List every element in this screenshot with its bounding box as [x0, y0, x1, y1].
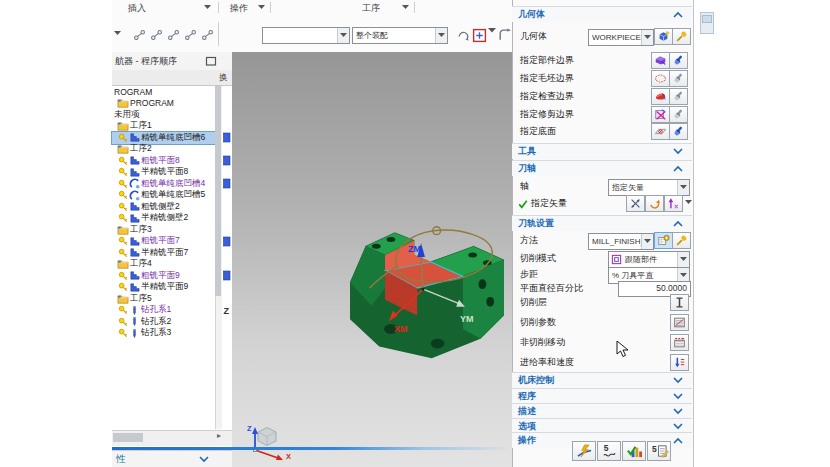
scrollbar-thumb[interactable] — [215, 86, 221, 296]
chevron-down-icon[interactable] — [672, 147, 684, 156]
tree-row[interactable]: 粗铣平面8 — [112, 155, 215, 167]
cutting-params-icon[interactable] — [670, 314, 689, 331]
tree-row[interactable]: 半精铣平面7 — [112, 247, 215, 259]
dependencies-tab[interactable]: 性 — [112, 450, 232, 467]
snap-icon[interactable] — [149, 28, 164, 43]
tree-row[interactable]: 粗铣单纯底凹槽4 — [112, 178, 215, 190]
ribbon-group-operations[interactable]: 操作 — [230, 2, 248, 15]
tree-row-label: 未用项 — [114, 109, 140, 121]
tree-row[interactable]: PROGRAM — [112, 98, 215, 110]
section-axis_hdr[interactable]: 刀轴 — [512, 160, 692, 176]
chevron-down-icon[interactable] — [198, 455, 210, 464]
chevron-down-icon[interactable] — [677, 180, 689, 195]
chevron-up-icon[interactable] — [672, 164, 684, 173]
chevron-down-icon[interactable] — [641, 30, 653, 45]
blank-boundary-icon[interactable] — [651, 70, 670, 87]
dialog-scrollbar-fragment[interactable] — [700, 12, 714, 34]
section-path_hdr[interactable]: 刀轨设置 — [512, 215, 692, 231]
command-finder-combo[interactable] — [262, 27, 350, 44]
chevron-down-icon[interactable] — [402, 5, 409, 10]
column-header-toolchange[interactable]: 换 — [219, 72, 228, 84]
chevron-down-icon[interactable] — [114, 31, 121, 36]
wrench-icon[interactable] — [672, 232, 691, 249]
chevron-down-icon[interactable] — [672, 422, 684, 431]
cut-levels-icon[interactable] — [670, 294, 689, 311]
tree-row[interactable]: 粗铣平面7 — [112, 236, 215, 248]
tree-row[interactable]: 工序5 — [112, 293, 215, 305]
ribbon-group-operation[interactable]: 工序 — [362, 2, 380, 15]
section-tool_hdr[interactable]: 工具 — [512, 143, 692, 159]
scrollbar-thumb[interactable] — [113, 433, 143, 442]
geo-combo[interactable]: WORKPIECE — [588, 29, 654, 46]
flashlight-gray-icon[interactable] — [669, 106, 688, 123]
tree-row[interactable]: 粗铣侧壁2 — [112, 201, 215, 213]
snap-icon[interactable] — [166, 28, 181, 43]
rotate-icon[interactable] — [456, 28, 471, 43]
wrench-icon[interactable] — [672, 28, 691, 45]
tree-row[interactable]: 精铣单纯底凹槽6 — [112, 132, 215, 144]
list-icon[interactable]: 5 — [647, 441, 671, 461]
chevron-down-icon[interactable] — [435, 28, 447, 43]
tree-row[interactable]: 粗铣平面9 — [112, 270, 215, 282]
section-desc_hdr[interactable]: 描述 — [512, 403, 692, 419]
tree-row[interactable]: 半精铣平面9 — [112, 282, 215, 294]
trim-boundary-icon[interactable] — [651, 106, 670, 123]
flashlight-blue-icon[interactable] — [669, 52, 688, 69]
floor-icon[interactable] — [651, 123, 670, 140]
chevron-up-icon[interactable] — [672, 219, 684, 228]
section-program_hdr[interactable]: 程序 — [512, 388, 692, 404]
chevron-up-icon[interactable] — [672, 10, 684, 19]
section-machine_hdr[interactable]: 机床控制 — [512, 372, 692, 388]
chevron-down-icon[interactable] — [672, 392, 684, 401]
chevron-down-icon[interactable] — [204, 5, 211, 10]
geometry-new-icon[interactable] — [654, 28, 673, 45]
dropdown-arrow-icon[interactable] — [488, 28, 496, 43]
tree-row[interactable]: 粗铣单纯底凹槽5 — [112, 190, 215, 202]
non-cutting-moves-icon[interactable] — [670, 334, 689, 351]
section-geo_hdr[interactable]: 几何体 — [512, 6, 692, 22]
red-frame-icon[interactable] — [472, 28, 487, 43]
tree-row[interactable]: 半精铣平面8 — [112, 167, 215, 179]
tree-row[interactable]: ROGRAM — [112, 86, 215, 98]
flashlight-gray-icon[interactable] — [669, 88, 688, 105]
tree-row[interactable]: 工序3 — [112, 224, 215, 236]
chevron-down-icon[interactable] — [641, 234, 653, 249]
tree-row[interactable]: 钻孔系1 — [112, 305, 215, 317]
chevron-down-icon[interactable] — [672, 407, 684, 416]
chevron-down-icon[interactable] — [258, 5, 265, 10]
snap-icon[interactable] — [183, 28, 198, 43]
assembly-scope-combo[interactable]: 整个装配 — [352, 27, 448, 44]
flashlight-gray-icon[interactable] — [669, 70, 688, 87]
tree-row[interactable]: 钻孔系3 — [112, 328, 215, 340]
scrollbar-arrow-right[interactable]: ▸ — [217, 431, 221, 440]
generate-icon[interactable] — [572, 441, 596, 461]
vector-auto-icon[interactable] — [664, 195, 683, 212]
method-edit-icon[interactable] — [654, 232, 673, 249]
flashlight-blue-icon[interactable] — [669, 123, 688, 140]
replay-icon[interactable]: 5 — [597, 441, 621, 461]
tree-row[interactable]: 工序1 — [112, 121, 215, 133]
reverse-direction-icon[interactable] — [645, 195, 664, 212]
part-boundary-icon[interactable] — [651, 52, 670, 69]
check-boundary-icon[interactable] — [651, 88, 670, 105]
axis-combo[interactable]: 指定矢量 — [608, 179, 690, 196]
feeds-speeds-icon[interactable] — [670, 354, 689, 371]
tree-row[interactable]: 钻孔系2 — [112, 316, 215, 328]
tree-row[interactable]: 工序4 — [112, 259, 215, 271]
tree-row[interactable]: 未用项 — [112, 109, 215, 121]
chevron-down-icon[interactable] — [672, 376, 684, 385]
chevron-down-icon[interactable] — [677, 252, 689, 267]
tree-row[interactable]: 工序2 — [112, 144, 215, 156]
verify-icon[interactable] — [622, 441, 646, 461]
op-status-icon — [118, 213, 128, 223]
chevron-down-icon[interactable] — [337, 28, 349, 43]
snap-icon[interactable] — [200, 28, 215, 43]
snap-icon[interactable] — [132, 28, 147, 43]
method-combo[interactable]: MILL_FINISH_1 — [588, 233, 654, 250]
ribbon-group-insert[interactable]: 插入 — [128, 2, 146, 15]
float-panel-icon[interactable] — [205, 55, 217, 67]
tree-row[interactable]: 半精铣侧壁2 — [112, 213, 215, 225]
chevron-down-icon[interactable] — [685, 200, 692, 205]
turn-arrow-icon[interactable] — [497, 28, 512, 43]
vector-dialog-icon[interactable] — [626, 195, 645, 212]
